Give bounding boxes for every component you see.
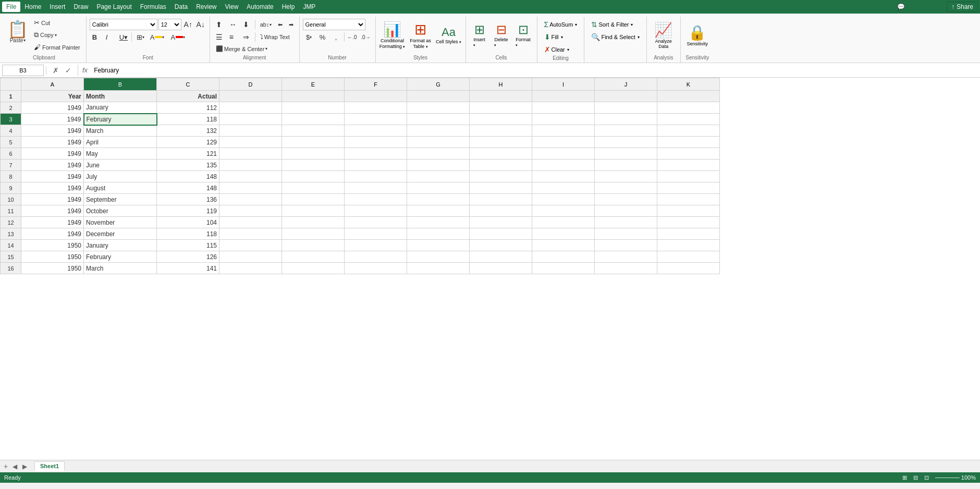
- cell-i10[interactable]: [532, 194, 595, 205]
- cell-e16[interactable]: [282, 263, 345, 274]
- cell-a16[interactable]: 1950: [21, 263, 84, 274]
- cell-i16[interactable]: [532, 263, 595, 274]
- cell-f16[interactable]: [345, 263, 407, 274]
- cell-k10[interactable]: [657, 194, 720, 205]
- cell-e6[interactable]: [282, 148, 345, 160]
- align-middle-button[interactable]: ↔: [227, 19, 239, 30]
- cell-c9[interactable]: 148: [157, 182, 219, 194]
- menu-formulas[interactable]: Formulas: [136, 2, 170, 12]
- scroll-right-button[interactable]: ▶: [20, 463, 29, 470]
- cell-i7[interactable]: [532, 160, 595, 171]
- cell-i12[interactable]: [532, 217, 595, 228]
- sheet-tab-sheet1[interactable]: Sheet1: [34, 461, 65, 471]
- increase-decimal-button[interactable]: .0→: [360, 31, 372, 43]
- cell-a9[interactable]: 1949: [21, 182, 84, 194]
- cell-g15[interactable]: [407, 251, 470, 263]
- cell-h8[interactable]: [470, 171, 532, 182]
- cell-k15[interactable]: [657, 251, 720, 263]
- cell-j2[interactable]: [595, 102, 657, 114]
- cell-c5[interactable]: 129: [157, 137, 219, 148]
- font-color-button[interactable]: A ▾: [168, 32, 188, 43]
- cell-h6[interactable]: [470, 148, 532, 160]
- italic-button[interactable]: I: [103, 31, 116, 43]
- row-num-9[interactable]: 9: [1, 182, 21, 194]
- format-button[interactable]: ⊡ Format▾: [513, 20, 534, 50]
- cell-h12[interactable]: [470, 217, 532, 228]
- cell-a2[interactable]: 1949: [21, 102, 84, 114]
- cell-h14[interactable]: [470, 240, 532, 251]
- cell-a14[interactable]: 1950: [21, 240, 84, 251]
- cell-f13[interactable]: [345, 228, 407, 240]
- cell-j1[interactable]: [595, 91, 657, 102]
- align-center-button[interactable]: ≡: [227, 31, 239, 43]
- cell-i11[interactable]: [532, 205, 595, 217]
- cell-e11[interactable]: [282, 205, 345, 217]
- cell-c11[interactable]: 119: [157, 205, 219, 217]
- cell-f5[interactable]: [345, 137, 407, 148]
- grid-container[interactable]: A B C D E F G H I J K 1 Year: [0, 78, 980, 460]
- increase-font-button[interactable]: A↑: [182, 19, 194, 30]
- cell-e12[interactable]: [282, 217, 345, 228]
- cell-j7[interactable]: [595, 160, 657, 171]
- cell-e8[interactable]: [282, 171, 345, 182]
- cell-d5[interactable]: [219, 137, 282, 148]
- cell-e3[interactable]: [282, 114, 345, 125]
- cell-j13[interactable]: [595, 228, 657, 240]
- menu-automate[interactable]: Automate: [242, 2, 277, 12]
- menu-review[interactable]: Review: [192, 2, 220, 12]
- row-num-12[interactable]: 12: [1, 217, 21, 228]
- decrease-font-button[interactable]: A↓: [195, 19, 206, 30]
- cell-f6[interactable]: [345, 148, 407, 160]
- cell-j16[interactable]: [595, 263, 657, 274]
- wrap-text-button[interactable]: ⤵ Wrap Text: [258, 32, 292, 42]
- cell-d6[interactable]: [219, 148, 282, 160]
- cell-f1[interactable]: [345, 91, 407, 102]
- menu-page-layout[interactable]: Page Layout: [92, 2, 136, 12]
- cell-a11[interactable]: 1949: [21, 205, 84, 217]
- cell-b15[interactable]: February: [84, 251, 157, 263]
- cell-h3[interactable]: [470, 114, 532, 125]
- row-num-5[interactable]: 5: [1, 137, 21, 148]
- cell-g7[interactable]: [407, 160, 470, 171]
- cell-i5[interactable]: [532, 137, 595, 148]
- view-layout-button[interactable]: ⊟: [913, 474, 918, 481]
- cell-k6[interactable]: [657, 148, 720, 160]
- cell-g14[interactable]: [407, 240, 470, 251]
- cell-b14[interactable]: January: [84, 240, 157, 251]
- row-num-15[interactable]: 15: [1, 251, 21, 263]
- cell-c8[interactable]: 148: [157, 171, 219, 182]
- cell-k13[interactable]: [657, 228, 720, 240]
- cell-g11[interactable]: [407, 205, 470, 217]
- row-num-13[interactable]: 13: [1, 228, 21, 240]
- cell-c15[interactable]: 126: [157, 251, 219, 263]
- cell-e7[interactable]: [282, 160, 345, 171]
- menu-file[interactable]: File: [2, 2, 20, 12]
- cell-e14[interactable]: [282, 240, 345, 251]
- cell-a8[interactable]: 1949: [21, 171, 84, 182]
- cell-c4[interactable]: 132: [157, 125, 219, 137]
- cell-d3[interactable]: [219, 114, 282, 125]
- share-button[interactable]: ↑ Share: [947, 2, 978, 12]
- insert-button[interactable]: ⊞ Insert▾: [469, 20, 490, 50]
- cell-j4[interactable]: [595, 125, 657, 137]
- decrease-decimal-button[interactable]: ←.0: [346, 31, 359, 43]
- cell-e4[interactable]: [282, 125, 345, 137]
- cell-f4[interactable]: [345, 125, 407, 137]
- cell-f10[interactable]: [345, 194, 407, 205]
- sensitivity-button[interactable]: 🔒 Sensitivity: [684, 20, 711, 50]
- col-header-i[interactable]: I: [532, 78, 595, 91]
- cell-j10[interactable]: [595, 194, 657, 205]
- indent-decrease-button[interactable]: ⬅: [275, 20, 285, 30]
- col-header-d[interactable]: D: [219, 78, 282, 91]
- align-top-button[interactable]: ⬆: [213, 19, 226, 30]
- cell-g10[interactable]: [407, 194, 470, 205]
- menu-data[interactable]: Data: [170, 2, 192, 12]
- cell-k3[interactable]: [657, 114, 720, 125]
- cell-g9[interactable]: [407, 182, 470, 194]
- cell-g5[interactable]: [407, 137, 470, 148]
- cell-a5[interactable]: 1949: [21, 137, 84, 148]
- scroll-left-button[interactable]: ◀: [10, 463, 19, 470]
- cell-k2[interactable]: [657, 102, 720, 114]
- cell-j12[interactable]: [595, 217, 657, 228]
- cell-a4[interactable]: 1949: [21, 125, 84, 137]
